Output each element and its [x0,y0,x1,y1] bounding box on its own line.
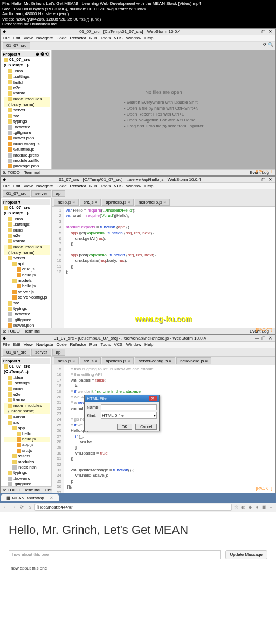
menu-refactor[interactable]: Refactor [70,36,86,40]
tree-item[interactable]: build [4,228,50,233]
menu-file[interactable]: File [3,342,10,347]
editor-tab[interactable]: hello.js × [54,357,79,364]
browser-tabbar[interactable]: ▦ MEAN Bootstrap ✕ [0,493,276,503]
tree-item[interactable]: hello.js [4,283,50,289]
titlebar[interactable]: ◆ 01_07_src - [C:\Temp\01_07_src] - ..\s… [1,177,275,183]
tree-item[interactable]: server-config.js [4,295,50,300]
breadcrumb-item[interactable]: 01_07_src [3,42,30,49]
tree-item[interactable]: .gitignore [4,317,50,323]
tree-item[interactable]: e2e [4,392,50,397]
close-icon[interactable]: ✕ [267,336,273,341]
menubar[interactable]: FileEditViewNavigateCodeRefactorRunTools… [1,35,275,42]
editor-tab[interactable]: hello/hello.js × [176,357,211,364]
tree-item[interactable]: node_modules (library home) [4,97,50,108]
menu-help[interactable]: Help [144,342,153,347]
window-controls[interactable]: —▢✕ [254,29,273,34]
tree-item[interactable]: .bowerrc [4,476,50,482]
status-terminal[interactable]: Terminal [24,329,40,334]
menu-window[interactable]: Window [126,184,141,188]
project-header[interactable]: Project ▾ [2,358,50,364]
tab-close-icon[interactable]: ✕ [50,496,53,500]
tree-item[interactable]: build.config.js [4,141,50,147]
tree-item[interactable]: package.json [4,164,50,169]
tree-item[interactable]: node_modules (library home) [4,403,50,415]
editor-tab[interactable]: hello.js × [54,199,79,206]
tree-item[interactable]: models [4,278,50,283]
tree-item[interactable]: modules [4,459,50,465]
menu-window[interactable]: Window [126,36,141,40]
ext-icon-2[interactable]: ◆ [247,505,253,510]
tree-item[interactable]: src [4,420,50,425]
editor-empty[interactable]: No files are open • Search Everywhere wi… [52,50,275,169]
breadcrumb[interactable]: 01_07_srcserverapi [1,189,275,198]
project-header[interactable]: Project ▾ [2,199,50,205]
tree-item[interactable]: bower.json [4,323,50,328]
tree-item[interactable]: build [4,80,50,85]
menu-view[interactable]: View [24,184,33,188]
tree-item[interactable]: Gruntfile.js [4,147,50,152]
menu-tools[interactable]: Tools [101,36,111,40]
breadcrumb-item[interactable]: 01_07_src [3,190,30,197]
minimize-icon[interactable]: — [254,29,260,34]
project-header[interactable]: Project ▾ ⊕ ⚙ ⟲ [2,51,50,57]
ok-button[interactable]: OK [117,424,132,430]
tree-item[interactable]: hello.js [4,437,50,442]
update-message-button[interactable]: Update Message [225,550,267,559]
tree-item[interactable]: server.js [4,289,50,295]
editor-tab[interactable]: src.js × [80,199,101,206]
breadcrumb-item[interactable]: server [31,190,51,197]
menu-navigate[interactable]: Navigate [36,184,53,188]
window-controls[interactable]: —▢✕ [254,177,273,182]
project-panel[interactable]: Project ▾ 01_07_src (C:\Temp\...).idea.s… [1,357,52,486]
tree-item[interactable]: src [4,113,50,119]
kind-select[interactable]: HTML 5 file ▾ [101,412,157,419]
menu-help[interactable]: Help [144,184,153,188]
tree-item[interactable]: typings [4,306,50,311]
status-todo[interactable]: 6: TODO [3,487,20,492]
tree-item[interactable]: 01_07_src (C:\Temp\...) [4,205,50,216]
menu-edit[interactable]: Edit [13,184,20,188]
menu-navigate[interactable]: Navigate [36,342,53,347]
tree-item[interactable]: karma [4,239,50,244]
star-icon[interactable]: ☆ [233,505,239,510]
dialog-close-icon[interactable]: ✕ [149,396,157,401]
menu-code[interactable]: Code [56,342,66,347]
menu-view[interactable]: View [24,342,33,347]
tree-item[interactable]: server [4,414,50,419]
tree-item[interactable]: .idea [4,216,50,222]
tree-item[interactable]: e2e [4,85,50,91]
tree-item[interactable]: .gitignore [4,482,50,486]
menu-view[interactable]: View [24,36,33,40]
project-panel[interactable]: Project ▾ 01_07_src (C:\Temp\...).idea.s… [1,198,52,328]
tree-item[interactable]: .settings [4,222,50,227]
tree-item[interactable]: src [4,301,50,306]
back-icon[interactable]: ← [2,505,9,510]
breadcrumb-item[interactable]: api [52,190,66,197]
tree-item[interactable]: assets [4,453,50,459]
editor-tabs[interactable]: hello.js ×src.js ×api/hello.js ×hello/he… [52,198,275,207]
tree-item[interactable]: e2e [4,233,50,239]
tree-item[interactable]: .gitignore [4,130,50,135]
menu-code[interactable]: Code [56,36,66,40]
tree-item[interactable]: server [4,255,50,261]
menu-edit[interactable]: Edit [13,36,20,40]
tree-item[interactable]: .idea [4,69,50,74]
toolbar-search-icon[interactable]: ⟳ 🔍 [263,42,273,47]
tree-item[interactable]: hello [4,431,50,437]
menu-run[interactable]: Run [89,184,98,188]
status-terminal[interactable]: Terminal [24,487,40,492]
reload-icon[interactable]: ⟳ [18,505,25,510]
breadcrumb[interactable]: 01_07_srcserverapi [1,348,275,357]
breadcrumb[interactable]: 01_07_src ⟳ 🔍 [1,42,275,50]
editor-tab[interactable]: src.js × [80,357,101,364]
ext-icon-4[interactable]: ▣ [261,505,267,510]
maximize-icon[interactable]: ▢ [260,29,267,34]
tree-item[interactable]: 01_07_src (C:\Temp\...) [4,57,50,69]
breadcrumb-item[interactable]: api [52,349,66,356]
tree-item[interactable]: src.js [4,448,50,453]
menu-navigate[interactable]: Navigate [36,36,53,40]
status-todo[interactable]: 6: TODO [3,329,20,334]
cancel-button[interactable]: Cancel [135,424,157,430]
titlebar[interactable]: ◆ 01_07_src - [C:\Temp\01_07_src] - WebS… [1,29,275,35]
menu-vcs[interactable]: VCS [114,36,122,40]
